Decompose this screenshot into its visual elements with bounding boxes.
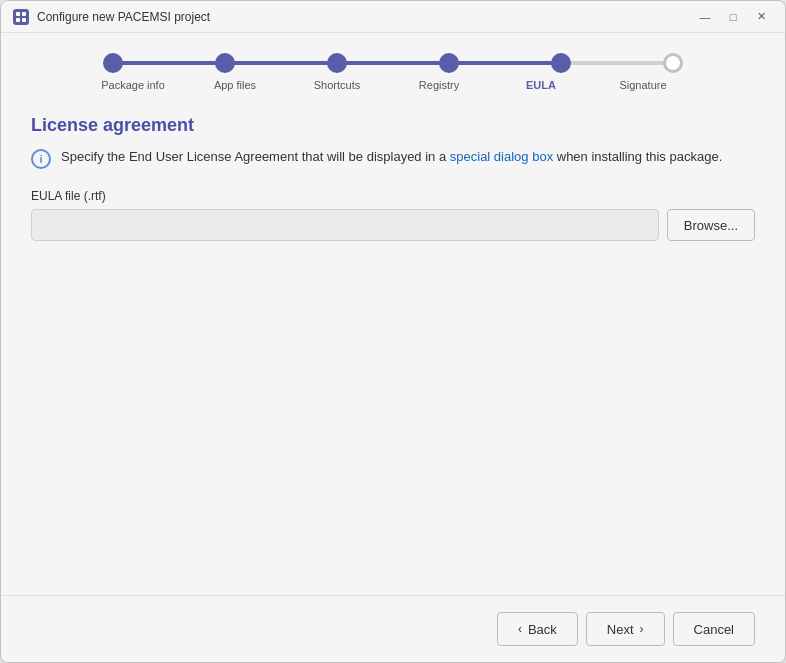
next-arrow: › bbox=[640, 622, 644, 636]
step-label-shortcuts: Shortcuts bbox=[297, 79, 377, 91]
svg-rect-2 bbox=[16, 18, 20, 22]
content-area: Package info App files Shortcuts Registr… bbox=[1, 33, 785, 595]
info-row: i Specify the End User License Agreement… bbox=[31, 148, 755, 169]
next-label: Next bbox=[607, 622, 634, 637]
window-title: Configure new PACEMSI project bbox=[37, 10, 693, 24]
stepper: Package info App files Shortcuts Registr… bbox=[31, 53, 755, 91]
back-button[interactable]: ‹ Back bbox=[497, 612, 578, 646]
info-description: Specify the End User License Agreement t… bbox=[61, 148, 722, 166]
window-controls: — □ ✕ bbox=[693, 5, 773, 29]
section-title: License agreement bbox=[31, 115, 755, 136]
step-dot-shortcuts bbox=[327, 53, 347, 73]
info-text-after: when installing this package. bbox=[553, 149, 722, 164]
info-text-before: Specify the End User License Agreement t… bbox=[61, 149, 450, 164]
cancel-button[interactable]: Cancel bbox=[673, 612, 755, 646]
info-text-highlight: special dialog box bbox=[450, 149, 553, 164]
step-label-registry: Registry bbox=[399, 79, 479, 91]
back-label: Back bbox=[528, 622, 557, 637]
svg-rect-3 bbox=[22, 18, 26, 22]
close-button[interactable]: ✕ bbox=[749, 5, 773, 29]
svg-rect-1 bbox=[22, 12, 26, 16]
step-dot-package-info bbox=[103, 53, 123, 73]
eula-file-input[interactable] bbox=[31, 209, 659, 241]
stepper-steps bbox=[103, 53, 683, 73]
step-label-package-info: Package info bbox=[93, 79, 173, 91]
step-label-signature: Signature bbox=[603, 79, 683, 91]
stepper-track bbox=[103, 53, 683, 73]
eula-field-label: EULA file (.rtf) bbox=[31, 189, 755, 203]
step-label-app-files: App files bbox=[195, 79, 275, 91]
next-button[interactable]: Next › bbox=[586, 612, 665, 646]
footer: ‹ Back Next › Cancel bbox=[1, 595, 785, 662]
stepper-labels: Package info App files Shortcuts Registr… bbox=[103, 79, 683, 91]
maximize-button[interactable]: □ bbox=[721, 5, 745, 29]
back-arrow: ‹ bbox=[518, 622, 522, 636]
file-input-row: Browse... bbox=[31, 209, 755, 241]
svg-rect-0 bbox=[16, 12, 20, 16]
step-dot-registry bbox=[439, 53, 459, 73]
browse-button[interactable]: Browse... bbox=[667, 209, 755, 241]
step-label-eula: EULA bbox=[501, 79, 581, 91]
title-bar: Configure new PACEMSI project — □ ✕ bbox=[1, 1, 785, 33]
main-window: Configure new PACEMSI project — □ ✕ bbox=[0, 0, 786, 663]
minimize-button[interactable]: — bbox=[693, 5, 717, 29]
step-dot-signature bbox=[663, 53, 683, 73]
step-dot-eula bbox=[551, 53, 571, 73]
app-icon bbox=[13, 9, 29, 25]
info-icon: i bbox=[31, 149, 51, 169]
step-dot-app-files bbox=[215, 53, 235, 73]
